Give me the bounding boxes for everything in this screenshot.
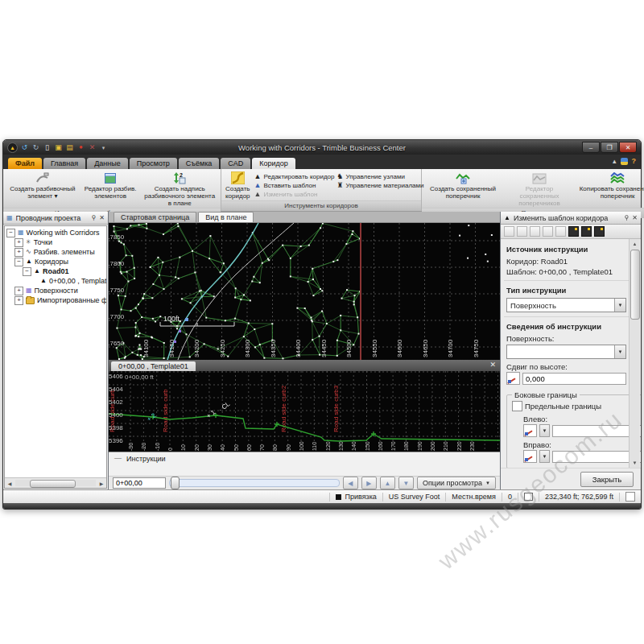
expand-icon[interactable]: + xyxy=(14,238,23,247)
material-management-item[interactable]: ♜ Управление материалами xyxy=(336,182,423,189)
panel-vscrollbar[interactable]: ▲ ▼ xyxy=(629,239,640,468)
left-bound-input[interactable] xyxy=(552,425,641,437)
view-options-button[interactable]: Опции просмотра ▼ xyxy=(417,477,496,489)
create-corridor-button[interactable]: Создать коридор xyxy=(224,171,252,200)
ribbon-tab-view[interactable]: Просмотр xyxy=(130,158,177,169)
scroll-thumb[interactable] xyxy=(30,480,76,488)
help-icon[interactable]: ? xyxy=(632,157,637,165)
scroll-thumb[interactable] xyxy=(630,250,640,320)
undo-icon[interactable]: ↺ xyxy=(20,143,29,152)
create-alignment-button[interactable]: Создать разбивочный элемент ▾ xyxy=(6,171,80,200)
station-slider[interactable] xyxy=(169,479,340,487)
slider-thumb[interactable] xyxy=(171,477,180,489)
close-panel-icon[interactable]: ✕ xyxy=(632,214,638,221)
delete-icon[interactable]: ✕ xyxy=(88,143,97,152)
record-icon[interactable]: ● xyxy=(76,143,85,152)
plan-view[interactable] xyxy=(109,223,500,360)
status-checkbox[interactable] xyxy=(625,492,635,502)
plan-label-button[interactable]: 2 Создать надпись разбивочного элемента … xyxy=(141,171,218,208)
ribbon-tab-home[interactable]: Главная xyxy=(43,158,85,169)
app-logo-icon[interactable]: ▲ xyxy=(7,142,18,153)
ribbon-tab-cad[interactable]: CAD xyxy=(221,158,250,169)
up-button[interactable]: ▲ xyxy=(380,477,395,489)
chevron-down-icon[interactable]: ▼ xyxy=(614,345,625,358)
collapse-icon[interactable]: − xyxy=(14,258,23,266)
insert-template-icon: ▲ xyxy=(254,182,262,189)
tree-item-5[interactable]: ▲0+00,00 , Template0 xyxy=(6,276,106,286)
ribbon-tab-data[interactable]: Данные xyxy=(87,158,128,169)
tree-item-2[interactable]: +∿Разбив. элементы xyxy=(6,247,106,257)
tree-item-0[interactable]: −▦Working with Corridors xyxy=(6,228,106,237)
blank-icon[interactable] xyxy=(504,226,514,237)
copy-saved-xsection-icon xyxy=(610,171,625,185)
save-icon[interactable]: ▣ xyxy=(54,143,63,152)
explorer-hscrollbar[interactable]: ◀ ▶ xyxy=(5,477,106,488)
copy-saved-xsection-button[interactable]: Копировать сохраненный поперечник xyxy=(577,171,644,200)
node-a-icon[interactable] xyxy=(568,226,579,237)
alignment-editor-button[interactable]: Редактор разбив. элементов xyxy=(82,171,139,200)
node-management-item[interactable]: ♞ Управление узлами xyxy=(336,173,423,180)
expand-icon[interactable]: + xyxy=(14,287,23,295)
left-mode-dropdown[interactable]: ▼ xyxy=(539,424,550,437)
pin-icon[interactable]: ⚲ xyxy=(91,214,96,221)
pin-icon[interactable]: ⚲ xyxy=(624,214,629,221)
chevron-down-icon[interactable]: ▼ xyxy=(614,299,625,312)
plan-view-canvas[interactable] xyxy=(109,223,500,360)
close-button[interactable]: ✕ xyxy=(619,142,637,153)
tree-item-1[interactable]: +✳Точки xyxy=(6,237,106,247)
scroll-left-icon[interactable]: ◀ xyxy=(5,479,14,488)
scroll-up-icon[interactable]: ▲ xyxy=(630,239,640,249)
menu-dropdown-icon[interactable]: ▾ xyxy=(99,143,108,152)
offset-input[interactable] xyxy=(522,373,626,385)
down-button[interactable]: ▼ xyxy=(398,477,414,489)
maximize-button[interactable]: ❐ xyxy=(601,142,618,153)
open-folder-icon[interactable]: ▤ xyxy=(65,143,74,152)
collapse-icon[interactable]: − xyxy=(6,229,15,237)
instruction-type-select[interactable]: Поверхность ▼ xyxy=(506,298,626,312)
collapse-icon[interactable]: − xyxy=(23,267,31,276)
next-station-button[interactable]: ▶ xyxy=(361,477,377,489)
scroll-down-icon[interactable]: ▼ xyxy=(630,458,640,468)
right-bound-input[interactable] xyxy=(552,451,641,463)
edit-corridor-item[interactable]: ▲ Редактировать коридор xyxy=(254,173,335,180)
expand-icon[interactable]: + xyxy=(14,296,23,305)
station-input[interactable] xyxy=(113,477,166,489)
page2-icon[interactable] xyxy=(543,226,553,237)
scroll-right-icon[interactable]: ▶ xyxy=(97,479,106,488)
node-c-icon[interactable] xyxy=(594,226,605,237)
tree-item-6[interactable]: +▦Поверхности xyxy=(6,286,106,295)
section-view-canvas[interactable] xyxy=(109,371,500,452)
new-document-icon[interactable]: ▯ xyxy=(43,143,52,152)
collapse-ribbon-icon[interactable]: ▴ xyxy=(613,157,617,165)
expand-icon[interactable]: + xyxy=(14,248,23,257)
image-icon[interactable] xyxy=(517,226,527,237)
close-panel-icon[interactable]: ✕ xyxy=(99,214,105,221)
section-view[interactable] xyxy=(109,371,500,452)
page3-icon[interactable] xyxy=(555,226,566,237)
redo-icon[interactable]: ↻ xyxy=(31,143,40,152)
node-b-icon[interactable] xyxy=(581,226,592,237)
view-tab-0[interactable]: Стартовая страница xyxy=(114,212,196,222)
main-area: ▦ Проводник проекта ⚲ ✕ −▦Working with C… xyxy=(3,212,641,489)
collapse-icon[interactable]: — xyxy=(114,455,122,462)
tree-item-7[interactable]: +Импортированные файлы xyxy=(6,295,106,305)
close-template-button[interactable]: Закрыть xyxy=(580,472,634,487)
section-view-tab[interactable]: 0+00,00 , Template01 xyxy=(111,361,196,371)
tree-item-3[interactable]: −▲Коридоры xyxy=(6,257,106,266)
create-saved-xsection-button[interactable]: Создать сохраненный поперечник xyxy=(424,171,502,200)
ribbon-tab-survey[interactable]: Съёмка xyxy=(179,158,219,169)
section-close-icon[interactable]: ✕ xyxy=(489,361,496,369)
ribbon-tab-file[interactable]: Файл xyxy=(8,158,42,169)
scroll-track[interactable] xyxy=(15,480,96,486)
material-management-icon: ♜ xyxy=(336,182,343,189)
view-tab-1[interactable]: Вид в плане xyxy=(198,212,254,222)
minimize-button[interactable]: – xyxy=(582,142,600,153)
limit-bounds-checkbox[interactable] xyxy=(512,401,522,411)
prev-station-button[interactable]: ◀ xyxy=(343,477,358,489)
surface-select[interactable]: ▼ xyxy=(506,345,626,359)
insert-template-item[interactable]: ▲ Вставить шаблон xyxy=(254,182,335,189)
tree-item-4[interactable]: −▲Road01 xyxy=(6,266,106,276)
page-icon[interactable] xyxy=(530,226,540,237)
ribbon-tab-corridor[interactable]: Коридор xyxy=(252,158,295,169)
right-mode-dropdown[interactable]: ▼ xyxy=(539,450,550,463)
